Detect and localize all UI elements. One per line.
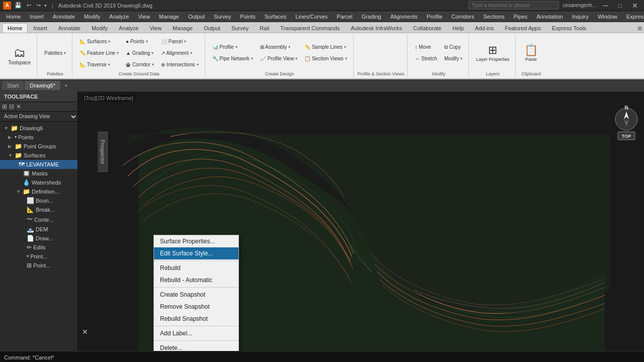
grading-btn[interactable]: ▲ Grading ▾ <box>123 47 157 58</box>
alignment-btn[interactable]: ↗ Alignment ▾ <box>158 47 201 58</box>
tree-watersheds[interactable]: 💧 Watersheds <box>0 178 77 187</box>
menu-view[interactable]: View <box>134 13 154 21</box>
tree-pfiles[interactable]: • Point... <box>0 252 77 261</box>
ctx-remove-snapshot[interactable]: Remove Snapshot <box>154 301 238 313</box>
section-views-btn[interactable]: 📋 Section Views ▾ <box>301 53 350 64</box>
menu-pipes[interactable]: Pipes <box>510 13 532 21</box>
tab-output[interactable]: Output <box>198 23 226 33</box>
toolspace-btn[interactable]: 🗂 Toolspace <box>5 45 34 66</box>
tree-pgr[interactable]: ⊞ Point... <box>0 261 77 270</box>
tree-surfaces[interactable]: ▼ 📁 Surfaces <box>0 151 77 160</box>
traverse-btn[interactable]: 📐 Traverse ▾ <box>76 59 122 70</box>
tab-add[interactable]: + <box>61 81 70 89</box>
menu-window[interactable]: Window <box>594 13 621 21</box>
tab-transparent[interactable]: Transparent Commands <box>275 23 345 33</box>
assembly-btn[interactable]: ⊞ Assembly ▾ <box>257 42 300 53</box>
tree-edits[interactable]: ✏ Edits <box>0 243 77 252</box>
menu-manage[interactable]: Manage <box>155 13 183 21</box>
ctx-add-label[interactable]: Add Label... <box>154 327 238 339</box>
menu-survey[interactable]: Survey <box>210 13 235 21</box>
tab-help[interactable]: Help <box>447 23 469 33</box>
qat-undo[interactable]: ↩ <box>25 2 33 9</box>
profile-btn[interactable]: 📊 Profile ▾ <box>209 42 256 53</box>
tab-manage[interactable]: Manage <box>167 23 198 33</box>
tab-start[interactable]: Start <box>2 81 24 90</box>
menu-insert[interactable]: Insert <box>26 13 48 21</box>
menu-sections[interactable]: Sections <box>479 13 509 21</box>
points-btn[interactable]: ● Points ▾ <box>123 36 157 47</box>
menu-output[interactable]: Output <box>184 13 209 21</box>
user-account[interactable]: cesarengenh... <box>563 3 596 8</box>
sidebar-ctrl-2[interactable]: ⊟ <box>9 103 14 110</box>
layer-properties-btn[interactable]: ⊞ Layer Properties <box>473 43 512 63</box>
menu-points[interactable]: Points <box>236 13 260 21</box>
tab-home[interactable]: Home <box>2 23 28 33</box>
tree-breaklines[interactable]: 📐 Break... <box>0 205 77 214</box>
menu-grading[interactable]: Grading <box>358 13 385 21</box>
menu-express[interactable]: Express <box>622 13 644 21</box>
tree-masks[interactable]: 🔲 Masks <box>0 169 77 178</box>
expand-icon[interactable]: ⊞ <box>635 24 644 33</box>
tab-view[interactable]: View <box>144 23 167 33</box>
menu-home[interactable]: Home <box>2 13 25 21</box>
tab-rail[interactable]: Rail <box>254 23 275 33</box>
tree-levantame[interactable]: 🗺 LEVANTAME <box>0 160 77 169</box>
ctx-surface-properties[interactable]: Surface Properties... <box>154 235 238 247</box>
profile-view-btn[interactable]: 📈 Profile View ▾ <box>257 53 300 64</box>
prospector-tab[interactable]: Prospector <box>98 132 108 172</box>
tree-definitions[interactable]: ▼ 📁 Definition... <box>0 187 77 196</box>
ctx-rebuild-snapshot[interactable]: Rebuild Snapshot <box>154 313 238 325</box>
ctx-edit-surface-style[interactable]: Edit Surface Style... <box>154 247 238 259</box>
minimize-btn[interactable]: ─ <box>600 2 611 10</box>
tab-expresstools[interactable]: Express Tools <box>546 23 592 33</box>
tab-analyze[interactable]: Analyze <box>113 23 144 33</box>
tree-dem[interactable]: 🗻 DEM <box>0 225 77 234</box>
viewport[interactable]: [Top][2D Wireframe] <box>78 92 644 351</box>
surfaces-btn[interactable]: 📐 Surfaces ▾ <box>76 36 122 47</box>
tab-collaborate[interactable]: Collaborate <box>408 23 447 33</box>
menu-corridors[interactable]: Corridors <box>447 13 478 21</box>
menu-modify[interactable]: Modify <box>80 13 104 21</box>
corridor-btn[interactable]: 🛣 Corridor ▾ <box>123 59 157 70</box>
parcel-btn[interactable]: ⬜ Parcel ▾ <box>158 36 201 47</box>
menu-alignments[interactable]: Alignments <box>386 13 422 21</box>
sample-lines-btn[interactable]: 📏 Sample Lines ▾ <box>301 42 350 53</box>
ctx-delete[interactable]: Delete... <box>154 342 238 351</box>
intersections-btn[interactable]: ⊕ Intersections ▾ <box>158 59 201 70</box>
tab-modify[interactable]: Modify <box>86 23 113 33</box>
maximize-btn[interactable]: □ <box>615 2 625 9</box>
move-btn[interactable]: ↕ Move <box>412 42 440 53</box>
viewport-close[interactable]: ✕ <box>82 328 88 336</box>
menu-surfaces[interactable]: Surfaces <box>261 13 290 21</box>
tree-contours[interactable]: 〜 Conte... <box>0 214 77 225</box>
tree-bounds[interactable]: ⬜ Boun... <box>0 196 77 205</box>
tab-addins[interactable]: Add-ins <box>469 23 499 33</box>
tab-featured[interactable]: Featured Apps <box>499 23 546 33</box>
tree-drawing[interactable]: 📄 Draw... <box>0 234 77 243</box>
menu-lines[interactable]: Lines/Curves <box>291 13 332 21</box>
tab-survey[interactable]: Survey <box>226 23 254 33</box>
tab-infraworks[interactable]: Autodesk InfraWorks <box>345 23 408 33</box>
tab-insert[interactable]: Insert <box>28 23 53 33</box>
feature-line-btn[interactable]: 📏 Feature Line ▾ <box>76 47 122 58</box>
menu-analyze[interactable]: Analyze <box>105 13 133 21</box>
ctx-rebuild[interactable]: Rebuild <box>154 262 238 274</box>
qat-dropdown[interactable]: ▾ <box>44 3 47 8</box>
qat-save[interactable]: 💾 <box>13 2 23 9</box>
close-btn[interactable]: ✕ <box>629 2 641 10</box>
menu-inquiry[interactable]: Inquiry <box>568 13 593 21</box>
palettes-btn[interactable]: Palettes ▾ <box>41 47 69 58</box>
tab-drawing6[interactable]: Drawing6* <box>25 81 60 90</box>
menu-annotate[interactable]: Annotate <box>49 13 79 21</box>
sidebar-ctrl-1[interactable]: ⊞ <box>2 103 7 110</box>
paste-btn[interactable]: 📋 Paste <box>520 43 542 63</box>
sidebar-ctrl-3[interactable]: ✕ <box>16 103 21 110</box>
menu-annotation[interactable]: Annotation <box>532 13 567 21</box>
copy-btn[interactable]: ⧉ Copy <box>441 42 465 53</box>
menu-profile[interactable]: Profile <box>423 13 446 21</box>
modify-dropdown-btn[interactable]: Modify ▾ <box>441 53 465 64</box>
ctx-create-snapshot[interactable]: Create Snapshot <box>154 289 238 301</box>
view-dropdown[interactable]: Active Drawing View <box>0 112 77 122</box>
menu-parcel[interactable]: Parcel <box>333 13 356 21</box>
stretch-btn[interactable]: ↔ Stretch <box>412 53 440 64</box>
